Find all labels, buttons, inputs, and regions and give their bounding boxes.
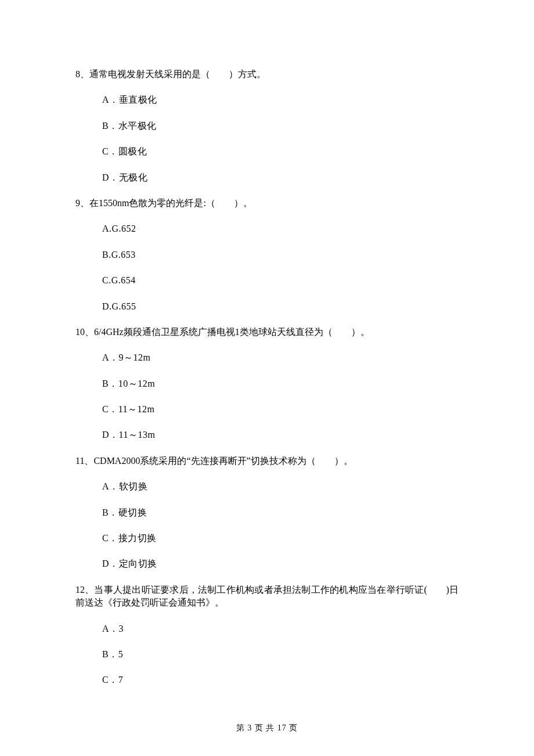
option-a: A．3 bbox=[102, 622, 459, 635]
options: A．垂直极化 B．水平极化 C．圆极化 D．无极化 bbox=[75, 93, 459, 184]
option-a: A．9～12m bbox=[102, 351, 459, 364]
options: A．3 B．5 C．7 bbox=[75, 622, 459, 687]
option-a: A.G.652 bbox=[102, 222, 459, 235]
option-b: B.G.653 bbox=[102, 249, 459, 261]
option-d: D．11～13m bbox=[102, 429, 459, 441]
question-12: 12、当事人提出听证要求后，法制工作机构或者承担法制工作的机构应当在举行听证( … bbox=[75, 584, 459, 687]
question-10: 10、6/4GHz频段通信卫星系统广播电视1类地球站天线直径为（ ）。 A．9～… bbox=[75, 326, 459, 442]
option-b: B．5 bbox=[102, 648, 459, 661]
question-8: 8、通常电视发射天线采用的是（ ）方式。 A．垂直极化 B．水平极化 C．圆极化… bbox=[75, 68, 459, 184]
option-c: C．圆极化 bbox=[102, 145, 459, 158]
option-c: C．7 bbox=[102, 674, 459, 686]
options: A.G.652 B.G.653 C.G.654 D.G.655 bbox=[75, 222, 459, 313]
question-9: 9、在1550nm色散为零的光纤是:（ ）。 A.G.652 B.G.653 C… bbox=[75, 197, 459, 313]
option-a: A．软切换 bbox=[102, 480, 459, 493]
question-stem: 12、当事人提出听证要求后，法制工作机构或者承担法制工作的机构应当在举行听证( … bbox=[75, 584, 459, 610]
option-b: B．水平极化 bbox=[102, 120, 459, 132]
option-c: C.G.654 bbox=[102, 274, 459, 287]
question-stem: 9、在1550nm色散为零的光纤是:（ ）。 bbox=[75, 197, 459, 210]
question-stem: 8、通常电视发射天线采用的是（ ）方式。 bbox=[75, 68, 459, 81]
option-b: B．硬切换 bbox=[102, 506, 459, 519]
options: A．软切换 B．硬切换 C．接力切换 D．定向切换 bbox=[75, 480, 459, 571]
option-a: A．垂直极化 bbox=[102, 93, 459, 106]
option-c: C．接力切换 bbox=[102, 532, 459, 545]
question-stem: 10、6/4GHz频段通信卫星系统广播电视1类地球站天线直径为（ ）。 bbox=[75, 326, 459, 339]
option-c: C．11～12m bbox=[102, 403, 459, 416]
option-b: B．10～12m bbox=[102, 377, 459, 390]
option-d: D．定向切换 bbox=[102, 557, 459, 570]
question-11: 11、CDMA2000系统采用的“先连接再断开”切换技术称为（ ）。 A．软切换… bbox=[75, 455, 459, 571]
options: A．9～12m B．10～12m C．11～12m D．11～13m bbox=[75, 351, 459, 442]
question-stem: 11、CDMA2000系统采用的“先连接再断开”切换技术称为（ ）。 bbox=[75, 455, 459, 467]
option-d: D.G.655 bbox=[102, 300, 459, 313]
option-d: D．无极化 bbox=[102, 171, 459, 184]
page: 8、通常电视发射天线采用的是（ ）方式。 A．垂直极化 B．水平极化 C．圆极化… bbox=[0, 0, 534, 756]
page-footer: 第 3 页 共 17 页 bbox=[0, 722, 534, 734]
